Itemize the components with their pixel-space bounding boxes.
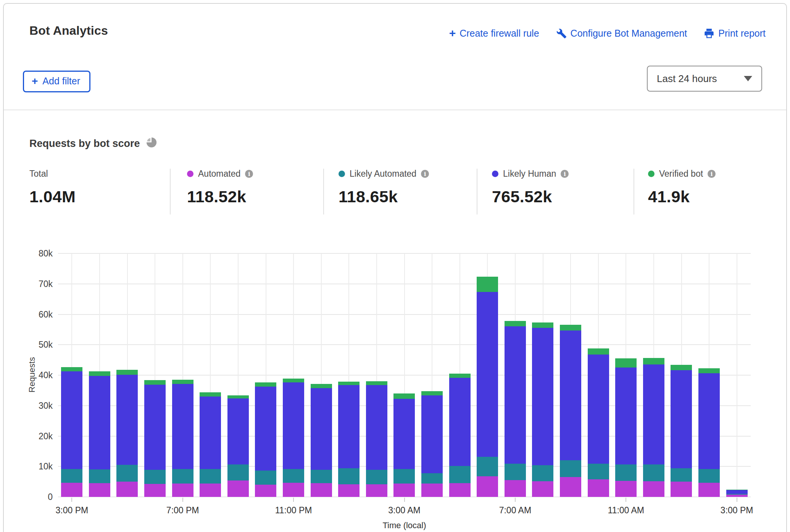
stat-total-value: 1.04M bbox=[29, 187, 76, 206]
header-actions: + Create firewall rule Configure Bot Man… bbox=[449, 27, 766, 39]
segment-likely_human bbox=[200, 397, 221, 469]
segment-verified_bot bbox=[311, 384, 332, 388]
segment-verified_bot bbox=[449, 374, 471, 378]
x-axis-tick-label: 11:00 PM bbox=[263, 505, 324, 516]
segment-likely_automated bbox=[477, 457, 498, 476]
bar-stack-3-00-am[interactable] bbox=[393, 393, 415, 497]
info-icon[interactable]: i bbox=[245, 170, 253, 178]
segment-likely_human bbox=[643, 364, 664, 464]
create-firewall-rule-link[interactable]: + Create firewall rule bbox=[449, 27, 539, 39]
segment-automated bbox=[726, 495, 748, 497]
segment-verified_bot bbox=[227, 395, 249, 399]
bar-stack-10-00-am[interactable] bbox=[588, 348, 609, 497]
add-filter-button[interactable]: + Add filter bbox=[23, 71, 90, 92]
bar-stack-10-00-pm[interactable] bbox=[255, 382, 276, 497]
segment-likely_human bbox=[615, 368, 637, 464]
x-axis-tick-mark bbox=[404, 498, 405, 502]
requests-by-bot-score-chart: Requests Time (local) 010k20k30k40k50k60… bbox=[58, 253, 751, 497]
stat-automated: Automated i 118.52k bbox=[187, 169, 253, 206]
section-title: Requests by bot score bbox=[29, 137, 157, 151]
bar-stack-2-00-am[interactable] bbox=[366, 381, 387, 497]
bar-stack-8-00-am[interactable] bbox=[532, 322, 553, 497]
bar-stack-6-00-am[interactable] bbox=[477, 277, 498, 497]
bar-stack-5-00-pm[interactable] bbox=[116, 370, 138, 497]
stats-row: Total 1.04M Automated i 118.52k Likely A… bbox=[4, 169, 786, 216]
info-icon[interactable]: i bbox=[421, 170, 429, 178]
automated-dot-icon bbox=[187, 171, 193, 177]
bar-slot bbox=[584, 253, 612, 497]
segment-verified_bot bbox=[421, 391, 443, 395]
bar-stack-12-00-am[interactable] bbox=[311, 384, 332, 497]
segment-likely_human bbox=[532, 328, 553, 465]
bar-stack-3-00-pm[interactable] bbox=[726, 490, 748, 497]
time-range-value: Last 24 hours bbox=[657, 73, 717, 85]
configure-bot-management-label: Configure Bot Management bbox=[571, 28, 687, 39]
x-axis-tick-label: 3:00 AM bbox=[374, 505, 435, 516]
bar-slot bbox=[557, 253, 585, 497]
stat-verified-bot-label: Verified bot bbox=[659, 169, 703, 179]
bar-slot bbox=[141, 253, 169, 497]
segment-verified_bot bbox=[172, 380, 193, 384]
bar-stack-7-00-am[interactable] bbox=[505, 321, 526, 497]
bar-stack-9-00-am[interactable] bbox=[560, 325, 581, 497]
time-range-dropdown[interactable]: Last 24 hours bbox=[647, 66, 762, 92]
bar-slot bbox=[446, 253, 474, 497]
segment-verified_bot bbox=[532, 322, 553, 328]
segment-automated bbox=[283, 483, 304, 497]
stat-likely-automated: Likely Automated i 118.65k bbox=[339, 169, 429, 206]
bot-analytics-card: Bot Analytics + Create firewall rule Con… bbox=[3, 3, 787, 532]
segment-automated bbox=[200, 484, 221, 497]
segment-automated bbox=[227, 480, 249, 497]
likely-automated-dot-icon bbox=[339, 171, 345, 177]
segment-verified_bot bbox=[477, 277, 498, 292]
bar-stack-2-00-pm[interactable] bbox=[698, 368, 720, 497]
segment-likely_human bbox=[726, 490, 748, 494]
y-axis-tick-label: 80k bbox=[28, 248, 53, 259]
x-axis-tick-label: 3:00 PM bbox=[706, 505, 767, 516]
bar-stack-5-00-am[interactable] bbox=[449, 374, 471, 497]
bar-slot bbox=[529, 253, 557, 497]
bar-slot bbox=[418, 253, 446, 497]
bar-stack-3-00-pm[interactable] bbox=[61, 367, 82, 497]
segment-verified_bot bbox=[588, 348, 609, 355]
info-icon[interactable]: i bbox=[561, 170, 569, 178]
bar-slot bbox=[197, 253, 224, 497]
pie-chart-icon bbox=[145, 137, 157, 151]
stat-automated-value: 118.52k bbox=[187, 187, 253, 206]
segment-likely_automated bbox=[200, 469, 221, 484]
bar-stack-4-00-pm[interactable] bbox=[89, 371, 110, 497]
bar-stack-1-00-pm[interactable] bbox=[671, 365, 692, 497]
segment-verified_bot bbox=[144, 380, 166, 385]
bar-slot bbox=[58, 253, 86, 497]
segment-automated bbox=[532, 481, 553, 497]
bar-stack-12-00-pm[interactable] bbox=[643, 358, 664, 497]
bar-stack-4-00-am[interactable] bbox=[421, 391, 443, 497]
bar-slot bbox=[252, 253, 280, 497]
info-icon[interactable]: i bbox=[708, 170, 716, 178]
y-axis-tick-label: 60k bbox=[28, 310, 53, 320]
configure-bot-management-link[interactable]: Configure Bot Management bbox=[556, 28, 687, 39]
segment-likely_automated bbox=[449, 466, 471, 483]
bar-stack-11-00-am[interactable] bbox=[615, 358, 637, 497]
header-divider bbox=[4, 110, 786, 110]
bar-stack-1-00-am[interactable] bbox=[338, 382, 360, 497]
segment-verified_bot bbox=[615, 358, 637, 368]
segment-likely_automated bbox=[311, 470, 332, 483]
segment-verified_bot bbox=[643, 358, 664, 365]
bar-stack-9-00-pm[interactable] bbox=[227, 395, 249, 497]
y-axis-tick-label: 70k bbox=[28, 279, 53, 289]
bar-stack-7-00-pm[interactable] bbox=[172, 380, 193, 497]
bar-stack-11-00-pm[interactable] bbox=[283, 379, 304, 497]
segment-verified_bot bbox=[671, 365, 692, 370]
segment-likely_human bbox=[338, 385, 360, 468]
stat-likely-human: Likely Human i 765.52k bbox=[492, 169, 569, 206]
bar-stack-8-00-pm[interactable] bbox=[200, 392, 221, 497]
bar-slot bbox=[640, 253, 668, 497]
print-report-link[interactable]: Print report bbox=[704, 28, 766, 39]
segment-likely_automated bbox=[532, 465, 553, 481]
segment-verified_bot bbox=[255, 382, 276, 387]
likely-human-dot-icon bbox=[492, 171, 498, 177]
segment-verified_bot bbox=[393, 393, 415, 399]
segment-automated bbox=[255, 485, 276, 497]
bar-stack-6-00-pm[interactable] bbox=[144, 380, 166, 497]
